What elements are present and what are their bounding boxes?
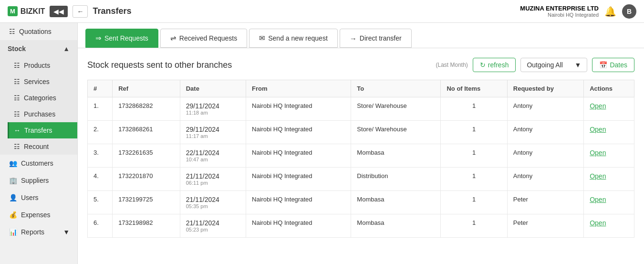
tab-sent-requests[interactable]: ⇒ Sent Requests [85,29,158,48]
cell-items: 1 [441,97,507,121]
section-controls: (Last Month) ↻ refresh Outgoing All ▼ 📅 … [436,58,634,72]
table-header-row: # Ref Date From To No of Items Requested… [88,80,634,97]
sidebar-item-services[interactable]: ☷ Services [8,74,77,90]
cell-action[interactable]: Open [584,121,634,144]
col-num: # [88,80,113,97]
tab-direct-transfer[interactable]: → Direct transfer [340,29,412,48]
products-icon: ☷ [14,62,20,69]
open-link[interactable]: Open [590,149,606,157]
back-button[interactable]: ← [73,5,88,18]
cell-items: 1 [441,121,507,144]
sidebar-item-label: Transfers [24,127,52,134]
cell-num: 1. [88,97,113,121]
cell-items: 1 [441,191,507,214]
filter-value: Outgoing All [527,61,563,69]
section-header-row: Stock requests sent to other branches (L… [87,58,634,72]
transfers-icon: ↔ [14,127,21,134]
purchases-icon: ☷ [14,110,20,118]
open-link[interactable]: Open [590,102,606,110]
cell-ref: 1732261635 [113,144,180,168]
collapse-button[interactable]: ◀◀ [50,6,68,17]
col-actions: Actions [584,80,634,97]
content-area: ⇒ Sent Requests ⇌ Received Requests ✉ Se… [78,23,644,264]
sidebar-item-purchases[interactable]: ☷ Purchases [8,106,77,122]
cell-action[interactable]: Open [584,191,634,214]
open-link[interactable]: Open [590,126,606,133]
navbar: M BIZKIT ◀◀ ← Transfers MUZINA ENTERPRIS… [0,0,644,23]
transfers-table: # Ref Date From To No of Items Requested… [87,80,634,238]
tab-label: Send a new request [268,34,328,42]
sidebar-item-label: Products [24,62,50,69]
company-name: MUZINA ENTERPRISE LTD [520,5,599,12]
cell-ref: 1732198982 [113,214,180,238]
cell-action[interactable]: Open [584,144,634,168]
cell-from: Nairobi HQ Integrated [246,144,351,168]
tab-send-new-request[interactable]: ✉ Send a new request [249,29,338,48]
expenses-icon: 💰 [9,211,17,219]
navbar-right: MUZINA ENTERPRISE LTD Nairobi HQ Integra… [520,4,636,19]
tab-label: Received Requests [179,34,237,42]
cell-to: Store/ Warehouse [351,121,441,144]
sidebar-stock-header[interactable]: Stock ▲ [0,40,77,57]
content-body: Stock requests sent to other branches (L… [78,48,644,264]
avatar: B [622,4,636,19]
reports-icon: 📊 [9,228,17,236]
cell-num: 4. [88,168,113,191]
stock-label: Stock [8,45,26,53]
sidebar-stock-group: ☷ Products ☷ Services ☷ Categories ☷ Pur… [0,57,77,155]
categories-icon: ☷ [14,94,20,102]
cell-action[interactable]: Open [584,97,634,121]
cell-date: 22/11/2024 10:47 am [180,144,246,168]
cell-date: 21/11/2024 06:11 pm [180,168,246,191]
cell-from: Nairobi HQ Integrated [246,191,351,214]
cell-from: Nairobi HQ Integrated [246,214,351,238]
cell-requested-by: Antony [507,144,583,168]
sidebar-item-label: Services [24,78,50,85]
users-icon: 👤 [9,194,17,201]
cell-ref: 1732868261 [113,121,180,144]
cell-items: 1 [441,144,507,168]
table-row: 6. 1732198982 21/11/2024 05:23 pm Nairob… [88,214,634,238]
open-link[interactable]: Open [590,219,606,227]
tab-label: Sent Requests [104,34,148,42]
cell-to: Mombasa [351,191,441,214]
dates-button[interactable]: 📅 Dates [592,58,634,72]
sidebar-item-categories[interactable]: ☷ Categories [8,90,77,106]
sidebar-item-label: Recount [24,143,49,150]
last-month-label: (Last Month) [436,62,467,68]
sidebar-item-recount[interactable]: ☷ Recount [8,138,77,155]
sidebar-item-label: Suppliers [21,177,49,184]
col-ref: Ref [113,80,180,97]
col-from: From [246,80,351,97]
open-link[interactable]: Open [590,172,606,180]
sidebar-item-suppliers[interactable]: 🏢 Suppliers [0,172,77,189]
cell-num: 6. [88,214,113,238]
cell-action[interactable]: Open [584,214,634,238]
bell-icon[interactable]: 🔔 [604,6,616,17]
sidebar-item-reports[interactable]: 📊 Reports ▼ [0,223,77,241]
filter-dropdown[interactable]: Outgoing All ▼ [520,58,587,72]
company-info: MUZINA ENTERPRISE LTD Nairobi HQ Integra… [520,5,599,18]
cell-from: Nairobi HQ Integrated [246,121,351,144]
logo-text: BIZKIT [21,7,45,16]
cell-num: 5. [88,191,113,214]
sidebar-item-customers[interactable]: 👥 Customers [0,155,77,172]
table-row: 3. 1732261635 22/11/2024 10:47 am Nairob… [88,144,634,168]
sidebar-item-label: Quotations [19,28,52,35]
sidebar-item-products[interactable]: ☷ Products [8,57,77,74]
sidebar-item-transfers[interactable]: ↔ Transfers [8,122,77,138]
open-link[interactable]: Open [590,196,606,203]
sidebar-item-label: Expenses [21,211,50,219]
cell-to: Distribution [351,168,441,191]
tab-label: Direct transfer [360,34,402,42]
chevron-down-icon: ▼ [575,61,582,69]
company-sub: Nairobi HQ Integrated [520,12,599,18]
cell-action[interactable]: Open [584,168,634,191]
refresh-button[interactable]: ↻ refresh [473,58,516,72]
tab-received-requests[interactable]: ⇌ Received Requests [160,29,247,48]
sidebar-item-expenses[interactable]: 💰 Expenses [0,206,77,223]
sidebar-item-quotations[interactable]: ☷ Quotations [0,23,77,40]
sidebar-item-users[interactable]: 👤 Users [0,189,77,206]
cell-ref: 1732868282 [113,97,180,121]
recount-icon: ☷ [14,143,20,150]
